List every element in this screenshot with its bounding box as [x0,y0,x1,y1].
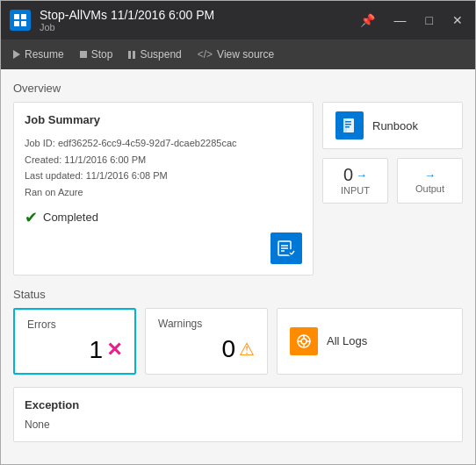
warning-triangle-icon: ⚠ [239,339,255,360]
runbook-card[interactable]: Runbook [322,102,463,149]
suspend-button[interactable]: Suspend [128,48,181,61]
output-icon-row: → [424,168,436,182]
svg-point-17 [301,339,307,344]
viewsource-button[interactable]: </> View source [198,48,275,61]
viewsource-label: View source [217,48,274,61]
error-x-icon: ✕ [106,339,122,361]
app-icon [10,10,31,31]
output-card[interactable]: → Output [397,158,463,204]
errors-count: 1 [89,336,103,364]
content-area: Overview Job Summary Job ID: edf36252-6c… [1,69,475,464]
input-label: INPUT [341,185,370,196]
input-arrow-icon: → [356,168,367,182]
suspend-label: Suspend [140,48,181,61]
svg-rect-14 [345,124,351,125]
errors-value-row: 1 ✕ [27,336,122,364]
resume-icon [13,50,20,59]
window-controls: 📌 — □ ✕ [357,11,466,29]
job-last-updated: Last updated: 11/1/2016 6:08 PM [25,168,302,184]
svg-rect-13 [345,121,351,123]
io-row: 0 → INPUT → Output [322,158,463,204]
resume-button[interactable]: Resume [13,48,64,61]
job-id: Job ID: edf36252-6cc9-4c59-92d7-dcaeb228… [25,135,302,152]
maximize-button[interactable]: □ [422,11,436,29]
job-summary-card: Job Summary Job ID: edf36252-6cc9-4c59-9… [13,102,314,275]
input-card[interactable]: 0 → INPUT [322,158,388,204]
job-status: ✔ Completed [25,210,302,225]
status-section: Status Errors 1 ✕ Warnings 0 ⚠ [13,288,463,375]
runbook-icon [335,111,364,140]
runbook-label: Runbook [372,119,418,132]
status-cards: Errors 1 ✕ Warnings 0 ⚠ [13,308,463,375]
warnings-value-row: 0 ⚠ [158,335,255,363]
window-title: Stop-AllVMs 11/1/2016 6:00 PM [40,8,357,22]
job-info: Job ID: edf36252-6cc9-4c59-92d7-dcaeb228… [25,135,302,201]
toolbar: Resume Stop Suspend </> View source [1,39,475,69]
status-section-label: Status [13,288,463,301]
completed-check-icon: ✔ [25,210,38,225]
window-subtitle: Job [40,22,357,32]
minimize-button[interactable]: — [391,11,410,29]
job-ran-on: Ran on Azure [25,184,302,201]
stop-icon [80,51,87,58]
exception-value: None [25,418,451,431]
job-created: Created: 11/1/2016 6:00 PM [25,152,302,168]
checklist-icon [270,232,302,264]
job-status-text: Completed [43,211,98,224]
svg-rect-15 [345,126,350,128]
output-arrow-icon: → [424,168,436,182]
svg-rect-0 [14,14,19,19]
warnings-count: 0 [221,335,235,363]
code-icon: </> [198,48,213,61]
job-summary-title: Job Summary [25,113,302,126]
exception-card: Exception None [13,387,463,442]
svg-point-8 [288,249,295,256]
svg-rect-12 [343,118,347,132]
right-cards: Runbook 0 → INPUT → O [322,102,463,275]
pin-button[interactable]: 📌 [357,11,379,29]
exception-title: Exception [25,398,451,411]
svg-rect-1 [21,14,26,19]
overview-section-label: Overview [13,82,463,95]
stop-button[interactable]: Stop [80,48,113,61]
all-logs-label: All Logs [327,334,367,347]
input-count-row: 0 → [343,166,367,183]
svg-rect-2 [14,21,19,26]
job-summary-footer [25,232,302,264]
titlebar-text: Stop-AllVMs 11/1/2016 6:00 PM Job [40,8,357,32]
warnings-label: Warnings [158,318,255,330]
svg-rect-3 [21,21,26,26]
pause-icon [128,51,135,59]
titlebar: Stop-AllVMs 11/1/2016 6:00 PM Job 📌 — □ … [1,1,475,39]
input-count: 0 [343,166,353,183]
stop-label: Stop [91,48,113,61]
close-button[interactable]: ✕ [449,11,466,29]
overview-grid: Job Summary Job ID: edf36252-6cc9-4c59-9… [13,102,463,275]
all-logs-card[interactable]: All Logs [277,308,463,375]
output-label: Output [415,183,444,194]
errors-card[interactable]: Errors 1 ✕ [13,308,136,375]
errors-label: Errors [27,318,122,331]
main-window: Stop-AllVMs 11/1/2016 6:00 PM Job 📌 — □ … [0,0,476,465]
warnings-card[interactable]: Warnings 0 ⚠ [145,308,268,375]
all-logs-icon [290,327,318,355]
resume-label: Resume [25,48,64,61]
